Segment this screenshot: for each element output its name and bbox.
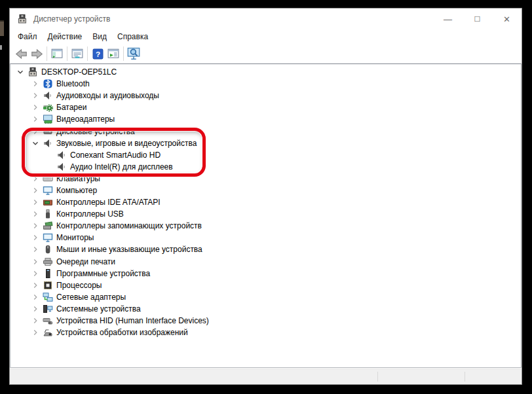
chevron-right-icon[interactable] [31, 91, 40, 100]
tree-item-audio-io[interactable]: Аудиовходы и аудиовыходы [10, 90, 521, 101]
help-button[interactable] [90, 46, 105, 62]
menu-help[interactable]: Справка [112, 29, 153, 44]
forward-button[interactable] [29, 46, 45, 62]
menu-bar: Файл Действие Вид Справка [10, 29, 522, 44]
toolbar-separator [67, 46, 67, 61]
chevron-right-icon[interactable] [31, 281, 40, 290]
window-title: Диспетчер устройств [33, 14, 110, 24]
tree-item-software-devices[interactable]: Программные устройства [10, 268, 521, 279]
chevron-right-icon[interactable] [31, 233, 40, 242]
status-bar [10, 368, 522, 384]
device-tree-pane: DESKTOP-OEP51LC Bluetooth Аудиовходы и а… [10, 63, 522, 368]
bluetooth-icon [43, 79, 53, 89]
chevron-right-icon[interactable] [31, 209, 40, 219]
chevron-right-icon[interactable] [31, 79, 40, 88]
tree-item-usb-controllers[interactable]: Контроллеры USB [10, 208, 521, 220]
audio-io-icon [43, 90, 53, 101]
background-artifact [0, 45, 2, 50]
console-tree-icon [51, 48, 63, 60]
tree-item-processors[interactable]: Процессоры [10, 279, 521, 291]
device-tree: DESKTOP-OEP51LC Bluetooth Аудиовходы и а… [10, 64, 521, 338]
battery-icon [43, 102, 53, 113]
tree-item-system-devices[interactable]: Системные устройства [10, 303, 521, 315]
window-controls: — ☐ ✕ [433, 9, 522, 29]
menu-file[interactable]: Файл [12, 29, 43, 44]
tree-item-monitors[interactable]: Мониторы [10, 232, 521, 243]
close-button[interactable]: ✕ [492, 9, 522, 29]
back-button[interactable] [13, 46, 29, 62]
tree-item-bluetooth[interactable]: Bluetooth [10, 78, 521, 90]
mouse-icon [43, 244, 53, 255]
toolbar-separator [47, 46, 47, 61]
scan-devices-icon [127, 47, 140, 60]
network-adapter-icon [43, 292, 53, 302]
chevron-right-icon[interactable] [31, 245, 40, 254]
toolbar [10, 44, 522, 63]
tree-item-computer-root[interactable]: DESKTOP-OEP51LC [10, 66, 521, 78]
help-icon [92, 48, 104, 60]
chevron-right-icon[interactable] [31, 103, 40, 112]
minimize-button[interactable]: — [433, 9, 463, 29]
scan-hardware-changes-button[interactable] [126, 46, 142, 62]
show-console-tree-button[interactable] [49, 46, 65, 62]
tree-item-batteries[interactable]: Батареи [10, 101, 521, 113]
chevron-right-icon[interactable] [31, 198, 40, 207]
hid-device-icon [43, 315, 53, 326]
device-manager-icon [17, 14, 28, 24]
chevron-right-icon[interactable] [31, 269, 40, 278]
chevron-right-icon[interactable] [31, 316, 40, 325]
storage-controller-icon [43, 221, 53, 231]
toolbar-separator [87, 46, 88, 61]
statusbar-divider [465, 372, 465, 382]
display-adapter-icon [43, 114, 53, 124]
printer-icon [43, 257, 53, 267]
device-manager-window: Диспетчер устройств — ☐ ✕ Файл Действие … [9, 8, 522, 385]
chevron-right-icon[interactable] [31, 293, 40, 302]
usb-controller-icon [43, 209, 53, 219]
chevron-right-icon[interactable] [31, 304, 40, 313]
statusbar-divider [377, 372, 378, 382]
chevron-down-icon[interactable] [16, 67, 25, 77]
tree-item-ide-controllers[interactable]: Контроллеры IDE ATA/ATAPI [10, 196, 521, 208]
chevron-right-icon[interactable] [31, 257, 40, 266]
chevron-right-icon[interactable] [31, 221, 40, 230]
chevron-right-icon[interactable] [31, 186, 40, 195]
toolbar-separator [123, 46, 124, 61]
menu-action[interactable]: Действие [43, 29, 88, 44]
maximize-button[interactable]: ☐ [463, 9, 492, 29]
monitor-icon [43, 185, 53, 196]
chevron-right-icon[interactable] [31, 328, 40, 337]
cpu-icon [43, 280, 53, 291]
background-artifact [0, 20, 4, 36]
monitor-icon [43, 232, 53, 243]
system-device-icon [43, 304, 53, 314]
tree-item-imaging-devices[interactable]: Устройства обработки изображений [10, 327, 521, 338]
tree-item-hid-devices[interactable]: Устройства HID (Human Interface Devices) [10, 315, 521, 327]
tree-item-network-adapters[interactable]: Сетевые адаптеры [10, 291, 521, 303]
red-highlight-annotation [22, 128, 206, 177]
tree-item-print-queues[interactable]: Очереди печати [10, 256, 521, 268]
action-pane-button[interactable] [105, 46, 121, 62]
properties-button[interactable] [69, 46, 85, 62]
imaging-device-icon [43, 327, 53, 338]
computer-icon [28, 67, 38, 77]
ide-controller-icon [43, 197, 53, 207]
tree-item-mice[interactable]: Мыши и иные указывающие устройства [10, 243, 521, 255]
tree-item-display-adapters[interactable]: Видеоадаптеры [10, 113, 521, 125]
title-bar: Диспетчер устройств — ☐ ✕ [10, 9, 522, 29]
arrow-right-icon [31, 48, 43, 60]
properties-icon [71, 48, 83, 60]
action-window-icon [107, 48, 119, 60]
chevron-right-icon[interactable] [31, 115, 40, 124]
screenshot-background: Диспетчер устройств — ☐ ✕ Файл Действие … [0, 0, 532, 394]
tree-item-computer[interactable]: Компьютер [10, 185, 521, 196]
menu-view[interactable]: Вид [87, 29, 112, 44]
arrow-left-icon [15, 48, 28, 60]
tree-item-storage-controllers[interactable]: Контроллеры запоминающих устройств [10, 220, 521, 232]
software-device-icon [43, 268, 53, 279]
